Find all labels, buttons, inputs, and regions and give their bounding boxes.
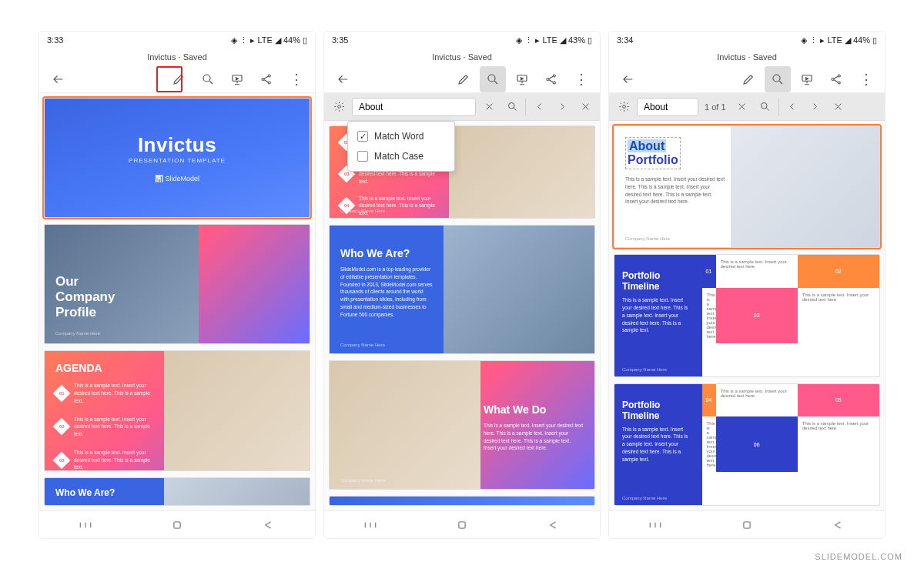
search-input[interactable]: About	[352, 98, 476, 116]
android-nav-bar	[39, 510, 315, 538]
present-icon[interactable]	[794, 66, 820, 92]
search-submit-icon[interactable]	[755, 97, 775, 117]
svg-point-16	[832, 78, 834, 80]
present-icon[interactable]	[224, 66, 250, 92]
status-bar: 3:35 ◈ ⋮ ▸ LTE ◢ 43% ▯	[324, 32, 600, 49]
search-settings-icon[interactable]	[329, 97, 349, 117]
home-button[interactable]	[447, 516, 477, 534]
clear-search-icon[interactable]	[479, 97, 499, 117]
slide-thumbnail[interactable]: Our Company Profile Company Name Here	[44, 224, 310, 344]
slides-canvas[interactable]: 02This is a sample text. Insert your des…	[324, 121, 600, 510]
slide-logo: 📊 SlideModel	[155, 175, 199, 182]
svg-rect-5	[174, 521, 180, 527]
svg-point-8	[547, 78, 549, 80]
search-submit-icon[interactable]	[502, 97, 522, 117]
phone-screenshot-2: 3:35 ◈ ⋮ ▸ LTE ◢ 43% ▯ Invictus · Saved …	[323, 31, 601, 539]
status-indicators: ◈ ⋮ ▸ LTE ◢ 44% ▯	[231, 35, 307, 45]
phone-screenshot-1: 3:33 ◈ ⋮ ▸ LTE ◢ 44% ▯ Invictus · Saved	[38, 31, 316, 539]
status-indicators: ◈ ⋮ ▸ LTE ◢ 43% ▯	[516, 35, 592, 45]
search-bar: About Match Word Match Case	[324, 93, 600, 121]
checkbox-unchecked-icon[interactable]	[357, 151, 368, 162]
back-button[interactable]	[615, 66, 641, 92]
search-icon[interactable]	[480, 66, 506, 92]
slide-thumbnail[interactable]: Portfolio Timeline This is a sample text…	[614, 383, 880, 506]
back-button[interactable]	[330, 66, 357, 92]
search-icon[interactable]	[195, 66, 221, 92]
svg-rect-21	[744, 521, 750, 527]
match-word-option[interactable]: Match Word	[348, 126, 454, 146]
search-settings-icon[interactable]	[614, 97, 634, 117]
status-time: 3:33	[47, 35, 63, 45]
slide-thumbnail[interactable]: AGENDA 01This is a sample text. Insert y…	[44, 350, 310, 470]
share-icon[interactable]	[538, 66, 564, 92]
slide-thumbnail[interactable]: Invictus PRESENTATION TEMPLATE 📊 SlideMo…	[44, 98, 310, 218]
svg-point-6	[488, 75, 495, 82]
slides-canvas[interactable]: Slide 12 of 16 About Portfolio This is a…	[609, 121, 885, 510]
status-indicators: ◈ ⋮ ▸ LTE ◢ 44% ▯	[801, 35, 877, 45]
svg-point-3	[268, 75, 270, 77]
slides-canvas[interactable]: Invictus PRESENTATION TEMPLATE 📊 SlideMo…	[39, 93, 315, 510]
slide-thumbnail[interactable]: Portfolio Timeline This is a sample text…	[614, 254, 880, 376]
recent-apps-button[interactable]	[640, 516, 671, 534]
toolbar: ⋮	[324, 65, 600, 93]
next-result-icon[interactable]	[552, 97, 572, 117]
svg-point-10	[553, 82, 555, 84]
search-icon[interactable]	[765, 66, 791, 92]
back-nav-button[interactable]	[823, 516, 854, 534]
slide-title: Invictus	[138, 133, 216, 157]
search-bar: About 1 of 1	[609, 93, 885, 121]
overflow-menu-icon[interactable]: ⋮	[283, 66, 309, 92]
edit-icon[interactable]	[735, 66, 762, 92]
svg-point-18	[838, 82, 840, 84]
toolbar: ⋮	[609, 65, 885, 93]
slide-thumbnail[interactable]: Who We Are?	[44, 477, 310, 506]
overflow-menu-icon[interactable]: ⋮	[852, 66, 879, 92]
search-input[interactable]: About	[637, 98, 698, 116]
status-bar: 3:33 ◈ ⋮ ▸ LTE ◢ 44% ▯	[39, 32, 315, 49]
search-options-dropdown: Match Word Match Case	[347, 121, 455, 172]
svg-point-20	[762, 103, 768, 109]
present-icon[interactable]	[509, 66, 535, 92]
svg-point-12	[508, 103, 514, 109]
edit-icon[interactable]	[166, 66, 192, 92]
back-nav-button[interactable]	[253, 516, 284, 534]
svg-point-17	[838, 75, 840, 77]
phone-screenshot-3: 3:34 ◈ ⋮ ▸ LTE ◢ 44% ▯ Invictus · Saved …	[608, 31, 886, 539]
match-case-option[interactable]: Match Case	[348, 146, 454, 166]
overflow-menu-icon[interactable]: ⋮	[567, 66, 594, 92]
stage: 3:33 ◈ ⋮ ▸ LTE ◢ 44% ▯ Invictus · Saved	[38, 31, 886, 539]
edit-icon[interactable]	[450, 66, 477, 92]
status-bar: 3:34 ◈ ⋮ ▸ LTE ◢ 44% ▯	[609, 32, 885, 49]
share-icon[interactable]	[823, 66, 849, 92]
svg-rect-13	[459, 521, 465, 527]
android-nav-bar	[609, 510, 885, 538]
svg-point-11	[337, 105, 340, 109]
svg-point-19	[622, 105, 625, 109]
search-match-highlight: About	[628, 139, 666, 152]
status-time: 3:35	[332, 35, 348, 45]
slide-thumbnail[interactable]	[329, 496, 595, 506]
checkbox-checked-icon[interactable]	[357, 131, 368, 142]
slide-thumbnail[interactable]: What We Do This is a sample text. Insert…	[329, 360, 595, 490]
back-nav-button[interactable]	[538, 516, 569, 534]
close-search-icon[interactable]	[829, 97, 849, 117]
recent-apps-button[interactable]	[70, 516, 101, 534]
slide-thumbnail[interactable]: Who We Are? SlideModel.com is a top lead…	[329, 225, 595, 354]
android-nav-bar	[324, 510, 600, 538]
clear-search-icon[interactable]	[732, 97, 752, 117]
recent-apps-button[interactable]	[355, 516, 386, 534]
prev-result-icon[interactable]	[529, 97, 549, 117]
svg-point-4	[268, 82, 270, 84]
toolbar: ⋮	[39, 65, 315, 93]
back-button[interactable]	[45, 66, 72, 92]
svg-point-0	[203, 75, 210, 82]
home-button[interactable]	[732, 516, 762, 534]
next-result-icon[interactable]	[805, 97, 825, 117]
close-search-icon[interactable]	[575, 97, 595, 117]
svg-point-14	[773, 75, 780, 82]
prev-result-icon[interactable]	[782, 97, 802, 117]
match-case-label: Match Case	[374, 151, 424, 162]
home-button[interactable]	[162, 516, 192, 534]
slide-thumbnail[interactable]: About Portfolio This is a sample text. I…	[614, 125, 880, 248]
share-icon[interactable]	[253, 66, 280, 92]
